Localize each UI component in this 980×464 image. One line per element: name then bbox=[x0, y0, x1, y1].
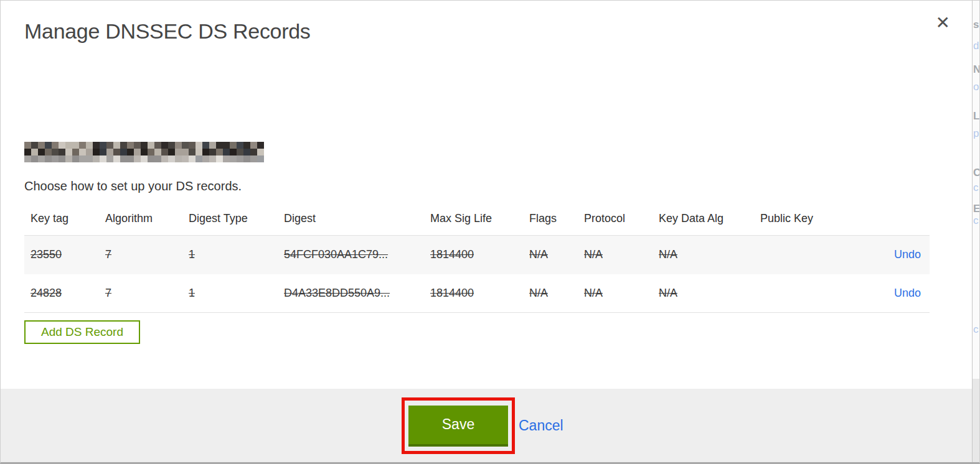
table-row: 235507154FCF030AA1C79...1814400N/AN/AN/A… bbox=[24, 236, 930, 274]
cell-action: Undo bbox=[860, 236, 930, 274]
background-text-fragment: o bbox=[973, 81, 979, 92]
redacted-domain-name bbox=[24, 142, 264, 162]
column-header-algorithm: Algorithm bbox=[99, 205, 182, 236]
cell-digest-type: 1 bbox=[182, 236, 278, 274]
background-text-fragment: E bbox=[973, 203, 979, 214]
column-header-key-data-alg: Key Data Alg bbox=[653, 205, 754, 236]
cell-key-tag: 23550 bbox=[24, 236, 99, 274]
cell-protocol: N/A bbox=[578, 236, 653, 274]
column-header-digest-type: Digest Type bbox=[182, 205, 278, 236]
cell-public-key bbox=[754, 236, 860, 274]
background-text-fragment: d bbox=[973, 40, 979, 51]
cell-key-tag: 24828 bbox=[24, 274, 99, 313]
cell-protocol: N/A bbox=[578, 274, 653, 313]
close-icon[interactable]: ✕ bbox=[936, 14, 950, 32]
undo-link[interactable]: Undo bbox=[894, 248, 921, 261]
background-text-fragment: N bbox=[973, 64, 979, 75]
add-ds-record-button[interactable]: Add DS Record bbox=[24, 320, 140, 344]
cell-digest: 54FCF030AA1C79... bbox=[278, 236, 424, 274]
table-header-row: Key tagAlgorithmDigest TypeDigestMax Sig… bbox=[24, 205, 930, 236]
background-text-fragment: C bbox=[973, 167, 979, 178]
background-text-fragment: L bbox=[973, 111, 979, 121]
background-text-fragment: c bbox=[973, 324, 979, 335]
cell-algorithm: 7 bbox=[99, 236, 182, 274]
column-header-key-tag: Key tag bbox=[24, 205, 99, 236]
annotation-red-box: Save bbox=[402, 397, 515, 454]
cell-digest: D4A33E8DD550A9... bbox=[278, 274, 424, 313]
column-header-protocol: Protocol bbox=[578, 205, 653, 236]
cell-key-data-alg: N/A bbox=[653, 274, 754, 313]
column-header-max-sig-life: Max Sig Life bbox=[424, 205, 523, 236]
cancel-link[interactable]: Cancel bbox=[519, 417, 563, 434]
background-text-fragment: s bbox=[973, 19, 979, 30]
cell-key-data-alg: N/A bbox=[653, 236, 754, 274]
cell-flags: N/A bbox=[523, 274, 578, 313]
dialog-title: Manage DNSSEC DS Records bbox=[24, 19, 311, 44]
cell-flags: N/A bbox=[523, 236, 578, 274]
cell-digest-type: 1 bbox=[182, 274, 278, 313]
column-header-flags: Flags bbox=[523, 205, 578, 236]
save-button[interactable]: Save bbox=[408, 406, 508, 447]
background-text-fragment: p bbox=[973, 128, 979, 139]
subtitle-text: Choose how to set up your DS records. bbox=[24, 179, 242, 193]
cell-action: Undo bbox=[860, 274, 930, 313]
background-text-fragment: c bbox=[973, 215, 979, 226]
column-header-digest: Digest bbox=[278, 205, 424, 236]
ds-records-table: Key tagAlgorithmDigest TypeDigestMax Sig… bbox=[24, 205, 930, 313]
background-page-strip: sdNoLpCcEcc bbox=[972, 1, 979, 462]
column-header-public-key: Public Key bbox=[754, 205, 860, 236]
cell-max-sig-life: 1814400 bbox=[424, 274, 523, 313]
dnssec-dialog: Manage DNSSEC DS Records ✕ Choose how to… bbox=[0, 0, 980, 464]
background-page-footer bbox=[973, 379, 979, 462]
cell-max-sig-life: 1814400 bbox=[424, 236, 523, 274]
column-header-action bbox=[860, 205, 930, 236]
table-row: 2482871D4A33E8DD550A9...1814400N/AN/AN/A… bbox=[24, 274, 930, 313]
background-text-fragment: c bbox=[973, 182, 979, 193]
cell-algorithm: 7 bbox=[99, 274, 182, 313]
dialog-footer: Save Cancel bbox=[1, 389, 979, 462]
cell-public-key bbox=[754, 274, 860, 313]
table-body: 235507154FCF030AA1C79...1814400N/AN/AN/A… bbox=[24, 236, 930, 313]
undo-link[interactable]: Undo bbox=[894, 287, 921, 299]
